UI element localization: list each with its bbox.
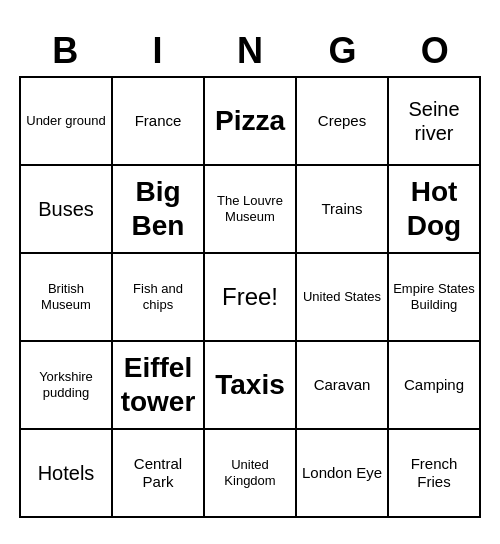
cell-label: Eiffel tower [117,351,199,418]
cell-label: France [135,112,182,130]
cell-label: Seine river [393,97,475,145]
bingo-cell[interactable]: Caravan [296,341,388,429]
header-letter: B [19,26,111,76]
bingo-cell[interactable]: Under ground [20,77,112,165]
cell-label: Big Ben [117,175,199,242]
cell-label: Pizza [215,104,285,138]
header-letter: O [389,26,481,76]
header-letter: G [296,26,388,76]
bingo-cell[interactable]: Buses [20,165,112,253]
cell-label: Central Park [117,455,199,491]
cell-label: Hotels [38,461,95,485]
cell-label: Free! [222,283,278,312]
bingo-cell[interactable]: French Fries [388,429,480,517]
bingo-cell[interactable]: London Eye [296,429,388,517]
cell-label: United States [303,289,381,305]
bingo-cell[interactable]: Fish and chips [112,253,204,341]
bingo-cell[interactable]: Central Park [112,429,204,517]
cell-label: Fish and chips [117,281,199,312]
cell-label: Taxis [215,368,285,402]
cell-label: Crepes [318,112,366,130]
bingo-cell[interactable]: Trains [296,165,388,253]
bingo-cell[interactable]: Hotels [20,429,112,517]
cell-label: Hot Dog [393,175,475,242]
bingo-header: BINGO [19,26,481,76]
bingo-cell[interactable]: United States [296,253,388,341]
bingo-cell[interactable]: The Louvre Museum [204,165,296,253]
cell-label: The Louvre Museum [209,193,291,224]
bingo-cell[interactable]: Empire States Building [388,253,480,341]
cell-label: Under ground [26,113,106,129]
cell-label: Buses [38,197,94,221]
bingo-cell[interactable]: United Kingdom [204,429,296,517]
bingo-cell[interactable]: Big Ben [112,165,204,253]
bingo-cell[interactable]: Pizza [204,77,296,165]
cell-label: Trains [321,200,362,218]
cell-label: British Museum [25,281,107,312]
cell-label: Yorkshire pudding [25,369,107,400]
bingo-cell[interactable]: Eiffel tower [112,341,204,429]
bingo-cell[interactable]: Camping [388,341,480,429]
bingo-cell[interactable]: France [112,77,204,165]
bingo-cell[interactable]: Hot Dog [388,165,480,253]
cell-label: French Fries [393,455,475,491]
cell-label: Camping [404,376,464,394]
cell-label: Caravan [314,376,371,394]
bingo-cell[interactable]: Crepes [296,77,388,165]
header-letter: N [204,26,296,76]
cell-label: United Kingdom [209,457,291,488]
bingo-cell[interactable]: Seine river [388,77,480,165]
cell-label: London Eye [302,464,382,482]
bingo-cell[interactable]: British Museum [20,253,112,341]
cell-label: Empire States Building [393,281,475,312]
bingo-cell[interactable]: Taxis [204,341,296,429]
header-letter: I [111,26,203,76]
bingo-grid: Under groundFrancePizzaCrepesSeine river… [19,76,481,518]
bingo-cell[interactable]: Free! [204,253,296,341]
bingo-cell[interactable]: Yorkshire pudding [20,341,112,429]
